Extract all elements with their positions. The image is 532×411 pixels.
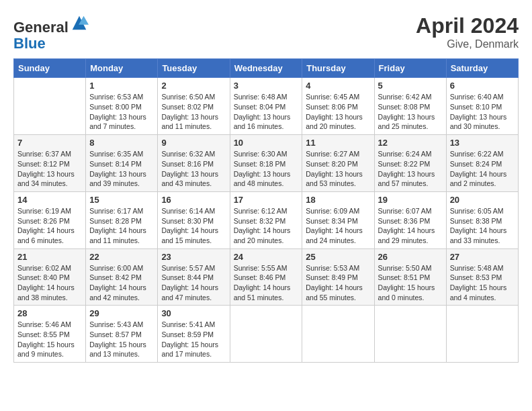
calendar-body: 1Sunrise: 6:53 AMSunset: 8:00 PMDaylight… bbox=[14, 78, 519, 363]
day-info: Sunrise: 6:53 AMSunset: 8:00 PMDaylight:… bbox=[89, 92, 154, 132]
week-row-1: 1Sunrise: 6:53 AMSunset: 8:00 PMDaylight… bbox=[14, 78, 519, 135]
day-number: 7 bbox=[17, 138, 82, 148]
calendar-cell bbox=[230, 306, 302, 363]
calendar-cell: 2Sunrise: 6:50 AMSunset: 8:02 PMDaylight… bbox=[158, 78, 230, 135]
calendar-cell: 29Sunrise: 5:43 AMSunset: 8:57 PMDayligh… bbox=[86, 306, 158, 363]
day-number: 14 bbox=[17, 195, 82, 205]
week-row-5: 28Sunrise: 5:46 AMSunset: 8:55 PMDayligh… bbox=[14, 306, 519, 363]
calendar-cell: 28Sunrise: 5:46 AMSunset: 8:55 PMDayligh… bbox=[14, 306, 86, 363]
day-number: 9 bbox=[161, 138, 226, 148]
day-info: Sunrise: 5:53 AMSunset: 8:49 PMDaylight:… bbox=[306, 263, 370, 303]
day-info: Sunrise: 6:27 AMSunset: 8:20 PMDaylight:… bbox=[306, 149, 370, 189]
day-info: Sunrise: 5:57 AMSunset: 8:44 PMDaylight:… bbox=[161, 263, 226, 303]
day-info: Sunrise: 5:43 AMSunset: 8:57 PMDaylight:… bbox=[89, 320, 154, 359]
calendar-cell: 15Sunrise: 6:17 AMSunset: 8:28 PMDayligh… bbox=[86, 191, 158, 248]
weekday-friday: Friday bbox=[374, 59, 446, 78]
calendar-cell: 7Sunrise: 6:37 AMSunset: 8:12 PMDaylight… bbox=[14, 135, 86, 192]
calendar-cell bbox=[446, 306, 518, 363]
day-number: 27 bbox=[450, 252, 515, 262]
calendar-cell: 30Sunrise: 5:41 AMSunset: 8:59 PMDayligh… bbox=[158, 306, 230, 363]
calendar-cell: 13Sunrise: 6:22 AMSunset: 8:24 PMDayligh… bbox=[446, 135, 518, 192]
logo: General Blue bbox=[13, 13, 89, 52]
calendar-cell: 11Sunrise: 6:27 AMSunset: 8:20 PMDayligh… bbox=[302, 135, 374, 192]
week-row-3: 14Sunrise: 6:19 AMSunset: 8:26 PMDayligh… bbox=[14, 191, 519, 248]
day-info: Sunrise: 6:30 AMSunset: 8:18 PMDaylight:… bbox=[234, 149, 299, 189]
day-info: Sunrise: 6:45 AMSunset: 8:06 PMDaylight:… bbox=[306, 92, 370, 132]
day-info: Sunrise: 6:05 AMSunset: 8:38 PMDaylight:… bbox=[450, 206, 515, 246]
day-number: 8 bbox=[89, 138, 154, 148]
calendar-cell: 25Sunrise: 5:53 AMSunset: 8:49 PMDayligh… bbox=[302, 248, 374, 306]
title-block: April 2024 Give, Denmark bbox=[416, 13, 519, 50]
calendar-cell bbox=[374, 306, 446, 363]
page-header: General Blue April 2024 Give, Denmark bbox=[13, 13, 519, 52]
day-number: 24 bbox=[234, 252, 299, 262]
calendar-cell: 20Sunrise: 6:05 AMSunset: 8:38 PMDayligh… bbox=[446, 191, 518, 248]
day-number: 13 bbox=[450, 138, 515, 148]
day-number: 29 bbox=[89, 308, 154, 318]
logo-icon bbox=[70, 13, 89, 32]
calendar-cell: 22Sunrise: 6:00 AMSunset: 8:42 PMDayligh… bbox=[86, 248, 158, 306]
day-number: 4 bbox=[306, 81, 370, 91]
week-row-2: 7Sunrise: 6:37 AMSunset: 8:12 PMDaylight… bbox=[14, 135, 519, 192]
calendar-cell: 9Sunrise: 6:32 AMSunset: 8:16 PMDaylight… bbox=[158, 135, 230, 192]
day-info: Sunrise: 6:40 AMSunset: 8:10 PMDaylight:… bbox=[450, 92, 515, 132]
calendar-cell: 14Sunrise: 6:19 AMSunset: 8:26 PMDayligh… bbox=[14, 191, 86, 248]
calendar-cell: 12Sunrise: 6:24 AMSunset: 8:22 PMDayligh… bbox=[374, 135, 446, 192]
week-row-4: 21Sunrise: 6:02 AMSunset: 8:40 PMDayligh… bbox=[14, 248, 519, 306]
day-info: Sunrise: 6:09 AMSunset: 8:34 PMDaylight:… bbox=[306, 206, 370, 246]
day-number: 18 bbox=[306, 195, 370, 205]
calendar-cell: 19Sunrise: 6:07 AMSunset: 8:36 PMDayligh… bbox=[374, 191, 446, 248]
day-number: 6 bbox=[450, 81, 515, 91]
calendar-cell: 8Sunrise: 6:35 AMSunset: 8:14 PMDaylight… bbox=[86, 135, 158, 192]
day-info: Sunrise: 5:41 AMSunset: 8:59 PMDaylight:… bbox=[161, 320, 226, 359]
day-info: Sunrise: 6:00 AMSunset: 8:42 PMDaylight:… bbox=[89, 263, 154, 303]
day-info: Sunrise: 6:22 AMSunset: 8:24 PMDaylight:… bbox=[450, 149, 515, 189]
day-info: Sunrise: 6:02 AMSunset: 8:40 PMDaylight:… bbox=[17, 263, 82, 303]
day-number: 17 bbox=[234, 195, 299, 205]
calendar-cell: 10Sunrise: 6:30 AMSunset: 8:18 PMDayligh… bbox=[230, 135, 302, 192]
logo-general: General bbox=[13, 19, 69, 36]
day-info: Sunrise: 6:48 AMSunset: 8:04 PMDaylight:… bbox=[234, 92, 299, 132]
calendar-cell bbox=[302, 306, 374, 363]
weekday-saturday: Saturday bbox=[446, 59, 518, 78]
calendar-cell: 23Sunrise: 5:57 AMSunset: 8:44 PMDayligh… bbox=[158, 248, 230, 306]
day-info: Sunrise: 5:55 AMSunset: 8:46 PMDaylight:… bbox=[234, 263, 299, 303]
day-number: 16 bbox=[161, 195, 226, 205]
day-info: Sunrise: 6:50 AMSunset: 8:02 PMDaylight:… bbox=[161, 92, 226, 132]
calendar-cell: 26Sunrise: 5:50 AMSunset: 8:51 PMDayligh… bbox=[374, 248, 446, 306]
day-number: 25 bbox=[306, 252, 370, 262]
calendar-cell: 1Sunrise: 6:53 AMSunset: 8:00 PMDaylight… bbox=[86, 78, 158, 135]
calendar-cell: 3Sunrise: 6:48 AMSunset: 8:04 PMDaylight… bbox=[230, 78, 302, 135]
day-number: 23 bbox=[161, 252, 226, 262]
day-number: 1 bbox=[89, 81, 154, 91]
day-number: 2 bbox=[161, 81, 226, 91]
day-number: 19 bbox=[378, 195, 443, 205]
day-info: Sunrise: 5:50 AMSunset: 8:51 PMDaylight:… bbox=[378, 263, 443, 303]
day-number: 12 bbox=[378, 138, 443, 148]
day-number: 22 bbox=[89, 252, 154, 262]
day-info: Sunrise: 6:35 AMSunset: 8:14 PMDaylight:… bbox=[89, 149, 154, 189]
location: Give, Denmark bbox=[416, 38, 519, 50]
calendar-cell: 16Sunrise: 6:14 AMSunset: 8:30 PMDayligh… bbox=[158, 191, 230, 248]
weekday-header-row: SundayMondayTuesdayWednesdayThursdayFrid… bbox=[14, 59, 519, 78]
day-info: Sunrise: 5:46 AMSunset: 8:55 PMDaylight:… bbox=[17, 320, 82, 359]
calendar-cell: 24Sunrise: 5:55 AMSunset: 8:46 PMDayligh… bbox=[230, 248, 302, 306]
day-number: 20 bbox=[450, 195, 515, 205]
day-info: Sunrise: 6:07 AMSunset: 8:36 PMDaylight:… bbox=[378, 206, 443, 246]
day-number: 10 bbox=[234, 138, 299, 148]
calendar-cell: 21Sunrise: 6:02 AMSunset: 8:40 PMDayligh… bbox=[14, 248, 86, 306]
day-info: Sunrise: 5:48 AMSunset: 8:53 PMDaylight:… bbox=[450, 263, 515, 303]
calendar-cell: 17Sunrise: 6:12 AMSunset: 8:32 PMDayligh… bbox=[230, 191, 302, 248]
calendar-cell: 5Sunrise: 6:42 AMSunset: 8:08 PMDaylight… bbox=[374, 78, 446, 135]
day-info: Sunrise: 6:24 AMSunset: 8:22 PMDaylight:… bbox=[378, 149, 443, 189]
day-info: Sunrise: 6:14 AMSunset: 8:30 PMDaylight:… bbox=[161, 206, 226, 246]
calendar-cell: 27Sunrise: 5:48 AMSunset: 8:53 PMDayligh… bbox=[446, 248, 518, 306]
day-number: 21 bbox=[17, 252, 82, 262]
weekday-tuesday: Tuesday bbox=[158, 59, 230, 78]
weekday-thursday: Thursday bbox=[302, 59, 374, 78]
day-number: 15 bbox=[89, 195, 154, 205]
day-info: Sunrise: 6:19 AMSunset: 8:26 PMDaylight:… bbox=[17, 206, 82, 246]
logo-blue: Blue bbox=[13, 35, 46, 52]
month-title: April 2024 bbox=[416, 13, 519, 38]
day-number: 11 bbox=[306, 138, 370, 148]
